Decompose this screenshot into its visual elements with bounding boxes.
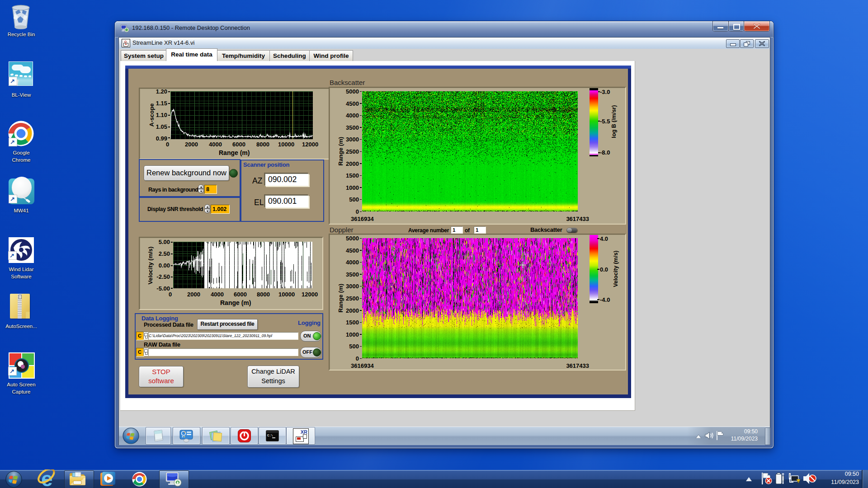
svg-text:!: ! — [798, 480, 799, 483]
svg-text:C:\: C:\ — [267, 434, 273, 437]
